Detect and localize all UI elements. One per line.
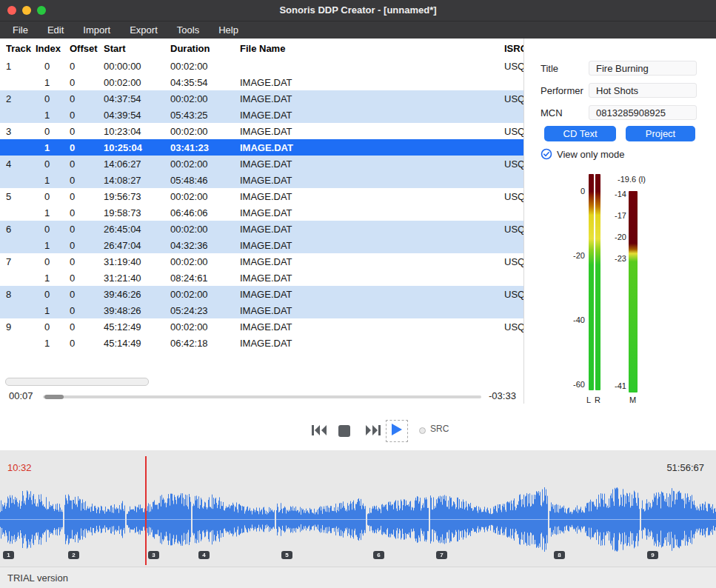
cell-duration: 08:24:61 [170, 273, 240, 284]
cell-offset: 0 [70, 273, 104, 284]
cell-file: IMAGE.DAT [240, 93, 504, 104]
cell-start: 19:56:73 [104, 191, 170, 202]
cell-start: 45:14:49 [104, 338, 170, 349]
cell-track: 5 [6, 191, 36, 202]
lr-scale-label: 0 [581, 187, 585, 196]
cell-start: 14:08:27 [104, 175, 170, 186]
cell-start: 00:00:00 [104, 61, 170, 72]
performer-input[interactable] [589, 83, 697, 98]
table-row[interactable]: 60026:45:0400:02:00IMAGE.DATUSQ [0, 221, 523, 237]
title-label: Title [541, 61, 558, 76]
track-marker-6[interactable]: 6 [373, 551, 384, 559]
table-row[interactable]: 40014:06:2700:02:00IMAGE.DATUSQ [0, 156, 523, 172]
table-row[interactable]: 1004:39:5405:43:25IMAGE.DAT [0, 107, 523, 123]
track-marker-4[interactable]: 4 [198, 551, 210, 559]
m-scale-label: -17 [615, 211, 626, 220]
menu-edit[interactable]: Edit [38, 21, 73, 39]
cell-start: 10:23:04 [104, 126, 170, 137]
table-row[interactable]: 1045:14:4906:42:18IMAGE.DAT [0, 335, 523, 351]
lr-scale-label: -60 [573, 380, 585, 389]
next-track-button[interactable] [365, 424, 381, 436]
cell-duration: 05:43:25 [170, 110, 240, 121]
table-row[interactable]: 50019:56:7300:02:00IMAGE.DATUSQ [0, 188, 523, 204]
table-row[interactable]: 1014:08:2705:48:46IMAGE.DAT [0, 172, 523, 188]
menu-export[interactable]: Export [120, 21, 167, 39]
cell-duration: 00:02:00 [170, 126, 240, 137]
project-button[interactable]: Project [626, 126, 695, 141]
view-only-checkbox[interactable] [541, 148, 552, 160]
menu-file[interactable]: File [3, 21, 38, 39]
meter-left [589, 174, 594, 390]
table-row[interactable]: 30010:23:0400:02:00IMAGE.DATUSQ [0, 123, 523, 139]
playback-time-row: 00:07 -03:33 [0, 388, 523, 404]
track-marker-5[interactable]: 5 [281, 551, 292, 559]
seek-slider-thumb[interactable] [44, 395, 64, 399]
cell-offset: 0 [70, 256, 104, 267]
seek-slider[interactable] [43, 395, 481, 398]
table-row[interactable]: 1000:02:0004:35:54IMAGE.DAT [0, 74, 523, 90]
table-row[interactable]: 90045:12:4900:02:00IMAGE.DATUSQ [0, 318, 523, 335]
menu-tools[interactable]: Tools [167, 21, 209, 39]
track-marker-9[interactable]: 9 [647, 551, 658, 559]
track-marker-7[interactable]: 7 [436, 551, 447, 559]
src-indicator[interactable] [419, 427, 426, 434]
meter-legend-r: R [595, 395, 600, 404]
table-row[interactable]: 1026:47:0404:32:36IMAGE.DAT [0, 237, 523, 253]
column-header-index[interactable]: Index [36, 43, 70, 54]
column-header-isrc[interactable]: ISRC [504, 43, 523, 54]
cell-file: IMAGE.DAT [240, 126, 504, 137]
table-row[interactable]: 1031:21:4008:24:61IMAGE.DAT [0, 270, 523, 286]
cell-file: IMAGE.DAT [240, 321, 504, 333]
column-header-offset[interactable]: Offset [70, 43, 104, 54]
statusbar: TRIAL version [0, 567, 716, 588]
menu-import[interactable]: Import [73, 21, 120, 39]
table-row[interactable]: 80039:46:2600:02:00IMAGE.DATUSQ [0, 286, 523, 302]
cell-track: 1 [6, 61, 36, 72]
table-row[interactable]: 10000:00:0000:02:00USQ [0, 58, 523, 74]
cell-index: 0 [36, 158, 70, 170]
meter-legend-l: L [586, 395, 591, 404]
column-header-duration[interactable]: Duration [170, 43, 240, 54]
column-header-start[interactable]: Start [104, 43, 170, 54]
table-row[interactable]: 1010:25:0403:41:23IMAGE.DAT [0, 139, 523, 156]
track-marker-1[interactable]: 1 [3, 551, 14, 559]
menu-help[interactable]: Help [209, 21, 248, 39]
previous-track-button[interactable] [311, 424, 327, 436]
track-marker-3[interactable]: 3 [148, 551, 159, 559]
stop-button[interactable] [338, 424, 351, 438]
table-row[interactable]: 1039:48:2605:24:23IMAGE.DAT [0, 302, 523, 318]
mcn-label: MCN [541, 106, 563, 121]
track-marker-8[interactable]: 8 [554, 551, 565, 559]
cell-isrc: USQ [504, 191, 523, 202]
cell-index: 1 [36, 305, 70, 316]
table-row[interactable]: 20004:37:5400:02:00IMAGE.DATUSQ [0, 90, 523, 107]
view-only-label: View only mode [557, 149, 625, 160]
cell-file: IMAGE.DAT [240, 110, 504, 121]
cell-duration: 00:02:00 [170, 256, 240, 267]
playhead[interactable] [145, 456, 147, 565]
cell-file: IMAGE.DAT [240, 305, 504, 316]
cell-index: 0 [36, 126, 70, 137]
play-button[interactable] [386, 420, 408, 442]
title-input[interactable] [589, 61, 697, 76]
trial-version-label: TRIAL version [7, 572, 68, 584]
table-horizontal-scrollbar[interactable] [5, 378, 149, 386]
table-row[interactable]: 1019:58:7306:46:06IMAGE.DAT [0, 204, 523, 221]
column-header-track[interactable]: Track [6, 43, 36, 54]
mcn-input[interactable] [589, 105, 697, 120]
track-marker-2[interactable]: 2 [68, 551, 79, 559]
cell-isrc: USQ [504, 321, 523, 333]
cell-offset: 0 [70, 305, 104, 316]
cell-isrc: USQ [504, 158, 523, 170]
cell-offset: 0 [70, 240, 104, 251]
cell-isrc: USQ [504, 126, 523, 137]
column-header-file-name[interactable]: File Name [240, 43, 504, 54]
cell-start: 39:46:26 [104, 289, 170, 300]
track-table-pane: TrackIndexOffsetStartDurationFile NameIS… [0, 39, 524, 450]
cell-index: 1 [36, 110, 70, 121]
menubar: FileEditImportExportToolsHelp [0, 21, 716, 39]
waveform-overview: 10:32 51:56:67 123456789 [0, 450, 716, 567]
cell-start: 14:06:27 [104, 158, 170, 170]
table-row[interactable]: 70031:19:4000:02:00IMAGE.DATUSQ [0, 253, 523, 270]
cd-text-button[interactable]: CD Text [544, 126, 616, 141]
